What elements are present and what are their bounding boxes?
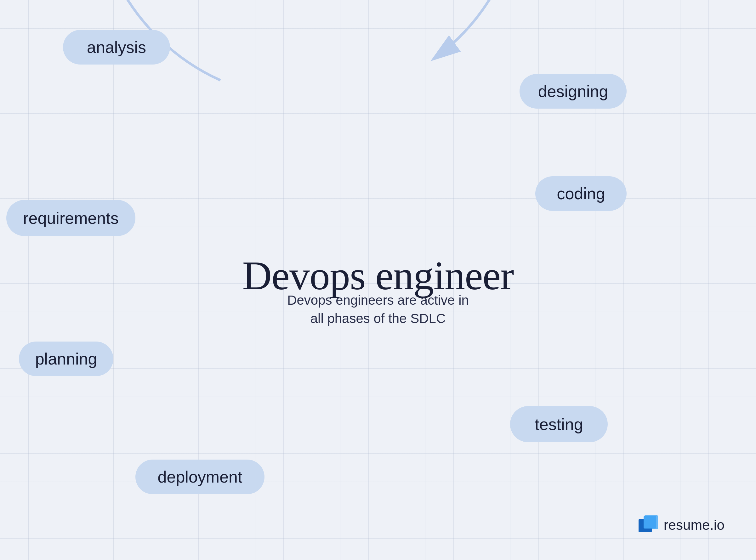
pill-analysis: analysis [63,30,170,64]
pill-designing: designing [519,74,626,108]
resume-io-icon [639,515,658,535]
diagram-container: Devops engineer Devops engineers are act… [0,0,756,560]
center-subtitle: Devops engineers are active in all phase… [284,291,473,328]
pill-testing: testing [510,406,608,442]
logo-text: resume.io [664,517,724,533]
pill-coding: coding [535,176,626,211]
svg-rect-4 [643,516,656,528]
pill-planning: planning [19,342,113,376]
logo-container: resume.io [639,515,724,535]
pill-requirements: requirements [6,200,135,236]
pill-deployment: deployment [135,460,264,494]
